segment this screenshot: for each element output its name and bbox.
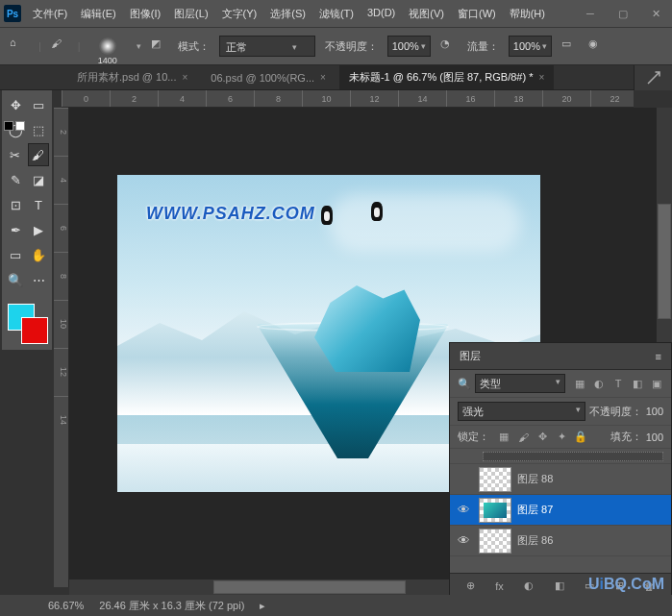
- menu-help[interactable]: 帮助(H): [504, 3, 551, 25]
- zoom-tool[interactable]: 🔍: [5, 268, 26, 291]
- tab-label: 未标题-1 @ 66.7% (图层 87, RGB/8#) *: [349, 70, 534, 85]
- placeholder-tool: ⋯: [28, 268, 49, 291]
- lock-brush-icon[interactable]: 🖌: [516, 431, 530, 444]
- tab-document-1[interactable]: 所用素材.psd @ 10... ×: [67, 65, 197, 89]
- layer-row[interactable]: 图层 88: [450, 464, 671, 495]
- panel-menu-icon[interactable]: ≡: [656, 351, 661, 362]
- crop-tool[interactable]: ✂: [5, 143, 26, 166]
- opacity-input[interactable]: 100%▾: [387, 36, 431, 57]
- visibility-toggle[interactable]: 👁: [454, 503, 473, 517]
- layer-thumbnail[interactable]: [479, 498, 511, 523]
- brush-panel-icon[interactable]: ◩: [151, 37, 168, 55]
- close-button[interactable]: ✕: [643, 4, 668, 23]
- menu-type[interactable]: 文字(Y): [216, 3, 263, 25]
- layer-thumbnail[interactable]: [479, 529, 511, 554]
- pressure-size-icon[interactable]: ◉: [588, 37, 606, 55]
- lock-artboard-icon[interactable]: ✦: [555, 431, 568, 444]
- tools-panel: ✥▭ ◯⬚ ✂🖌 ✎◪ ⊡T ✒▶ ▭✋ 🔍⋯: [2, 90, 52, 350]
- pen-tool[interactable]: ✒: [5, 218, 26, 241]
- clone-tool[interactable]: ⊡: [5, 193, 26, 216]
- path-select-tool[interactable]: ▶: [28, 218, 49, 241]
- lock-label: 锁定：: [458, 430, 489, 444]
- tab-label: 所用素材.psd @ 10...: [77, 70, 176, 85]
- layer-thumbnail[interactable]: [479, 467, 511, 492]
- filter-adjust-icon[interactable]: ◐: [592, 377, 606, 390]
- brush-tool[interactable]: 🖌: [28, 143, 49, 166]
- search-icon[interactable]: 🔍: [458, 377, 471, 390]
- layer-name[interactable]: 图层 86: [517, 533, 667, 548]
- close-icon[interactable]: ×: [538, 72, 544, 83]
- menu-edit[interactable]: 编辑(E): [75, 3, 122, 25]
- lock-all-icon[interactable]: 🔒: [574, 431, 587, 444]
- filter-kind-select[interactable]: 类型 ▾: [475, 374, 565, 393]
- mask-icon[interactable]: ◐: [524, 579, 534, 592]
- hand-tool[interactable]: ✋: [28, 243, 49, 266]
- menu-layer[interactable]: 图层(L): [168, 3, 213, 25]
- eraser-tool[interactable]: ◪: [28, 168, 49, 191]
- menu-select[interactable]: 选择(S): [264, 3, 311, 25]
- window-controls: ─ ▢ ✕: [578, 4, 668, 23]
- zoom-level[interactable]: 66.67%: [48, 600, 84, 611]
- layer-row[interactable]: [450, 449, 671, 464]
- home-icon[interactable]: ⌂: [10, 37, 29, 56]
- swap-colors-icon[interactable]: [15, 121, 25, 131]
- brush-size-preview[interactable]: 1400: [90, 29, 125, 63]
- layer-row[interactable]: 👁 图层 86: [450, 526, 671, 556]
- blend-mode-select[interactable]: 正常▾: [219, 36, 315, 57]
- flow-input[interactable]: 100%▾: [509, 36, 552, 57]
- menu-image[interactable]: 图像(I): [124, 3, 166, 25]
- pressure-opacity-icon[interactable]: ◔: [440, 37, 458, 55]
- close-icon[interactable]: ×: [182, 72, 187, 83]
- options-bar: ⌂ | 🖌 | 1400 ▾ ◩ 模式： 正常▾ 不透明度： 100%▾ ◔ 流…: [0, 27, 672, 65]
- close-icon[interactable]: ×: [320, 72, 326, 83]
- color-swatches[interactable]: [4, 300, 50, 348]
- filter-smart-icon[interactable]: ▣: [650, 377, 663, 390]
- menu-file[interactable]: 文件(F): [27, 3, 73, 25]
- fx-icon[interactable]: fx: [495, 580, 504, 592]
- filter-type-icon[interactable]: T: [611, 377, 625, 390]
- layer-name[interactable]: 图层 87: [517, 503, 667, 517]
- document-dimensions: 26.46 厘米 x 16.3 厘米 (72 ppi): [99, 599, 244, 613]
- tab-document-3[interactable]: 未标题-1 @ 66.7% (图层 87, RGB/8#) * ×: [339, 65, 554, 89]
- fill-label: 填充：: [610, 430, 642, 444]
- fill-value[interactable]: 100: [646, 431, 663, 443]
- tab-overflow[interactable]: [634, 65, 672, 90]
- adjustment-icon[interactable]: ◧: [555, 579, 564, 592]
- layer-blend-select[interactable]: 强光▾: [458, 402, 585, 421]
- menu-3d[interactable]: 3D(D): [361, 3, 401, 25]
- filter-pixel-icon[interactable]: ▦: [573, 377, 586, 390]
- canvas-watermark: WWW.PSAHZ.COM: [146, 204, 315, 224]
- brush-size-value: 1400: [98, 56, 117, 65]
- opacity-label: 不透明度：: [325, 39, 378, 54]
- visibility-toggle[interactable]: 👁: [454, 533, 473, 548]
- type-tool[interactable]: T: [28, 193, 49, 216]
- default-colors-icon[interactable]: [4, 121, 13, 131]
- menu-window[interactable]: 窗口(W): [452, 3, 502, 25]
- menu-view[interactable]: 视图(V): [403, 3, 450, 25]
- lock-position-icon[interactable]: ✥: [535, 431, 549, 444]
- menu-filter[interactable]: 滤镜(T): [313, 3, 360, 25]
- background-color[interactable]: [21, 317, 48, 344]
- brush-tool-icon[interactable]: 🖌: [51, 37, 68, 55]
- layer-name[interactable]: 图层 88: [517, 472, 667, 486]
- opacity-value[interactable]: 100: [646, 406, 663, 417]
- maximize-button[interactable]: ▢: [610, 4, 635, 23]
- airbrush-icon[interactable]: ▭: [561, 37, 579, 55]
- tab-label: 06.psd @ 100%(RG...: [211, 72, 314, 84]
- menubar: 文件(F) 编辑(E) 图像(I) 图层(L) 文字(Y) 选择(S) 滤镜(T…: [27, 3, 578, 25]
- quick-select-tool[interactable]: ⬚: [28, 118, 49, 141]
- chevron-right-icon[interactable]: ▸: [260, 600, 265, 612]
- chevron-down-icon[interactable]: ▾: [137, 41, 141, 51]
- link-layers-icon[interactable]: ⊕: [466, 579, 475, 592]
- titlebar: Ps 文件(F) 编辑(E) 图像(I) 图层(L) 文字(Y) 选择(S) 滤…: [0, 0, 672, 27]
- marquee-tool[interactable]: ▭: [28, 93, 49, 116]
- eyedropper-tool[interactable]: ✎: [5, 168, 26, 191]
- lock-pixels-icon[interactable]: ▦: [497, 431, 510, 444]
- tab-document-2[interactable]: 06.psd @ 100%(RG... ×: [201, 67, 336, 88]
- filter-shape-icon[interactable]: ◧: [631, 377, 644, 390]
- rectangle-tool[interactable]: ▭: [5, 243, 26, 266]
- layer-row[interactable]: 👁 图层 87: [450, 495, 671, 526]
- minimize-button[interactable]: ─: [578, 4, 603, 23]
- ps-logo: Ps: [4, 5, 21, 22]
- move-tool[interactable]: ✥: [5, 93, 26, 116]
